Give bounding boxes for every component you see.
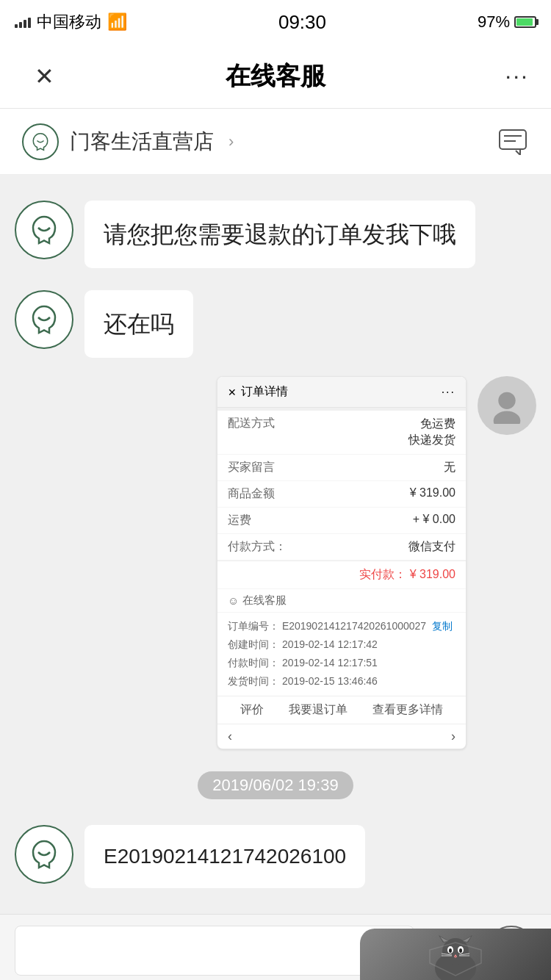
agent-avatar-1 — [15, 201, 73, 259]
agent-avatar-3 — [15, 825, 73, 884]
agent-bubble-2: 还在吗 — [84, 290, 193, 358]
more-button[interactable]: ··· — [485, 62, 529, 90]
ship-time-value: 2019-02-15 13:46:46 — [282, 675, 378, 687]
chat-list-icon — [498, 129, 527, 155]
order-close-icon: ✕ — [228, 386, 237, 398]
shop-logo — [22, 123, 59, 160]
amount-value: ¥ 319.00 — [410, 486, 455, 502]
pay-time-row: 付款时间： 2019-02-14 12:17:51 — [228, 654, 455, 672]
user-avatar — [478, 376, 536, 435]
agent-bubble-3: E20190214121742026100 — [84, 825, 365, 888]
agent-bubble-1: 请您把您需要退款的订单发我下哦 — [84, 201, 475, 268]
buyer-note-label: 买家留言 — [228, 460, 275, 475]
svg-point-3 — [498, 392, 515, 409]
status-left: 中国移动 📶 — [15, 11, 127, 33]
amount-row: 商品金额 ¥ 319.00 — [217, 481, 466, 508]
online-service-label: 在线客服 — [242, 594, 287, 608]
nav-next-icon[interactable]: › — [451, 729, 455, 744]
agent-message-1: 请您把您需要退款的订单发我下哦 — [0, 190, 551, 279]
create-time-value: 2019-02-14 12:17:42 — [282, 638, 378, 650]
agent-message-3-text: E20190214121742026100 — [104, 845, 346, 868]
shipping-row: 运费 + ¥ 0.00 — [217, 508, 466, 534]
agent-message-1-text: 请您把您需要退款的订单发我下哦 — [104, 221, 456, 248]
agent-logo-icon — [26, 212, 62, 248]
shop-info[interactable]: 门客生活直营店 › — [22, 123, 234, 160]
timestamp-row: 2019/06/02 19:39 — [0, 757, 551, 814]
order-card[interactable]: ✕ 订单详情 ··· 配送方式 免运费快递发货 买家留言 无 商品金额 ¥ 31… — [217, 376, 467, 749]
carrier-label: 中国移动 — [37, 11, 101, 33]
svg-point-13 — [449, 948, 452, 953]
nav-bar: ✕ 在线客服 ··· — [0, 44, 551, 109]
svg-point-4 — [494, 411, 521, 425]
shipping-label: 运费 — [228, 513, 251, 528]
agent-message-3: E20190214121742026100 — [0, 814, 551, 899]
shop-name: 门客生活直营店 — [70, 128, 214, 156]
signal-icon — [15, 16, 31, 28]
shop-logo-icon — [29, 131, 51, 153]
action-refund[interactable]: 我要退订单 — [289, 702, 347, 718]
status-bar: 中国移动 📶 09:30 97% — [0, 0, 551, 44]
copy-label[interactable]: 复制 — [432, 620, 453, 632]
create-time-label: 创建时间： — [228, 638, 279, 650]
svg-point-14 — [459, 948, 462, 953]
buyer-note-value: 无 — [444, 460, 455, 475]
agent-logo-icon-3 — [26, 837, 62, 872]
actual-pay-value: ¥ 319.00 — [410, 568, 455, 580]
agent-message-2-text: 还在吗 — [104, 311, 174, 337]
delivery-row: 配送方式 免运费快递发货 — [217, 411, 466, 455]
order-card-actions: 评价 我要退订单 查看更多详情 — [217, 696, 466, 724]
pay-method-value: 微信支付 — [408, 539, 455, 555]
wifi-icon: 📶 — [107, 12, 127, 32]
pay-method-row: 付款方式： 微信支付 — [217, 534, 466, 561]
shop-arrow-icon: › — [228, 132, 234, 151]
buyer-note-row: 买家留言 无 — [217, 455, 466, 481]
order-card-title: 订单详情 — [241, 384, 288, 400]
nav-prev-icon[interactable]: ‹ — [228, 729, 232, 744]
shipping-value: + ¥ 0.00 — [413, 513, 455, 528]
chat-list-button[interactable] — [497, 126, 529, 158]
battery-fill — [516, 18, 533, 26]
ship-time-label: 发货时间： — [228, 675, 279, 687]
create-time-row: 创建时间： 2019-02-14 12:17:42 — [228, 635, 455, 654]
actual-pay-row: 实付款： ¥ 319.00 — [217, 561, 466, 588]
close-button[interactable]: ✕ — [22, 62, 66, 90]
svg-rect-0 — [500, 130, 526, 149]
pay-method-label: 付款方式： — [228, 539, 287, 555]
online-service-row: ☺ 在线客服 — [217, 588, 466, 612]
delivery-label: 配送方式 — [228, 416, 275, 449]
user-order-message: ✕ 订单详情 ··· 配送方式 免运费快递发货 买家留言 无 商品金额 ¥ 31… — [0, 369, 551, 757]
timestamp-badge: 2019/06/02 19:39 — [198, 771, 353, 799]
battery-percent: 97% — [478, 12, 510, 32]
black-cat-watermark: 黑猫 BLACK CAT — [360, 929, 551, 980]
battery-icon — [514, 16, 536, 28]
pay-time-value: 2019-02-14 12:17:51 — [282, 657, 378, 669]
order-card-more-icon: ··· — [442, 386, 455, 399]
ship-time-row: 发货时间： 2019-02-15 13:46:46 — [228, 672, 455, 691]
action-details[interactable]: 查看更多详情 — [372, 702, 443, 718]
action-review[interactable]: 评价 — [240, 702, 264, 718]
agent-message-2: 还在吗 — [0, 279, 551, 369]
chat-area: 请您把您需要退款的订单发我下哦 还在吗 ✕ 订单详情 — [0, 175, 551, 914]
user-avatar-icon — [489, 387, 525, 424]
order-card-header: ✕ 订单详情 ··· — [217, 377, 466, 408]
order-card-nav: ‹ › — [217, 724, 466, 749]
shop-header: 门客生活直营店 › — [0, 109, 551, 175]
status-right: 97% — [478, 12, 536, 32]
amount-label: 商品金额 — [228, 486, 275, 502]
order-no-value: E201902141217420261000027 — [282, 620, 426, 632]
black-cat-logo-icon — [422, 935, 489, 980]
order-detail-info: 订单编号： E201902141217420261000027 复制 创建时间：… — [217, 612, 466, 696]
delivery-value: 免运费快递发货 — [408, 416, 455, 449]
actual-pay-label: 实付款： — [359, 568, 406, 580]
time-display: 09:30 — [278, 11, 326, 34]
nav-title: 在线客服 — [226, 60, 325, 93]
pay-time-label: 付款时间： — [228, 657, 279, 669]
order-no-label: 订单编号： — [228, 620, 279, 632]
message-input[interactable] — [15, 926, 414, 976]
agent-logo-icon-2 — [26, 302, 62, 337]
order-card-header-left: ✕ 订单详情 — [228, 384, 288, 400]
online-service-icon: ☺ — [228, 594, 239, 607]
order-no-row: 订单编号： E201902141217420261000027 复制 — [228, 617, 455, 635]
agent-avatar-2 — [15, 290, 73, 349]
